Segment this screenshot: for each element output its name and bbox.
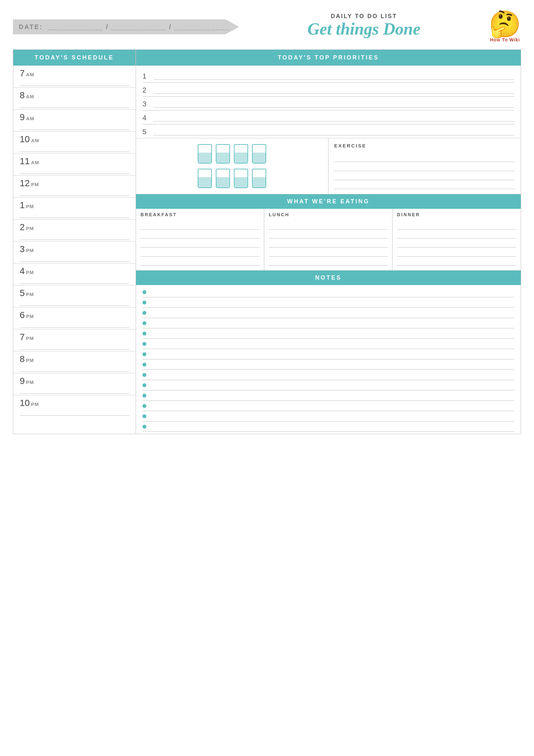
- notes-header: NOTES: [136, 271, 521, 285]
- time-block-2pm: 2 PM: [13, 220, 136, 241]
- priorities-section: 1 2 3 4 5: [136, 66, 521, 138]
- note-row: [142, 339, 514, 349]
- glass-3: [234, 144, 248, 164]
- priority-row-5: 5: [142, 124, 514, 138]
- bullet-icon: [142, 301, 146, 305]
- main-grid: TODAY'S SCHEDULE 7 AM 8 AM 9 AM 1: [13, 49, 521, 434]
- time-block-1pm: 1 PM: [13, 198, 136, 220]
- note-row: [142, 308, 514, 318]
- lunch-label: LUNCH: [269, 212, 388, 217]
- note-row: [142, 297, 514, 308]
- glass-4: [252, 144, 266, 164]
- time-block-7pm: 7 PM: [13, 329, 136, 351]
- bullet-icon: [142, 373, 146, 377]
- time-block-8am: 8 AM: [13, 88, 136, 110]
- priority-row-3: 3: [142, 97, 514, 111]
- daily-title-main: Get things Done: [308, 20, 420, 38]
- time-block-11am: 11 AM: [13, 153, 136, 176]
- time-block-4pm: 4 PM: [13, 263, 136, 285]
- time-block-9pm: 9 PM: [13, 373, 136, 395]
- date-label: DATE: ____________ / ____________ / ____…: [13, 19, 239, 34]
- logo-section: 🤔 How To Wiki: [489, 11, 521, 42]
- priorities-header: TODAY'S TOP PRIORITIES: [136, 50, 521, 66]
- bullet-icon: [142, 404, 146, 408]
- bullet-icon: [142, 332, 146, 336]
- priority-row-2: 2: [142, 83, 514, 97]
- glass-2: [216, 144, 230, 164]
- daily-title-top: DAILY TO DO LIST: [308, 13, 420, 20]
- schedule-header: TODAY'S SCHEDULE: [13, 50, 136, 66]
- glass-8: [252, 169, 266, 188]
- water-section: [136, 138, 329, 194]
- note-row: [142, 349, 514, 360]
- note-row: [142, 411, 514, 421]
- time-block-12pm: 12 PM: [13, 176, 136, 198]
- exercise-section: EXERCISE: [329, 138, 521, 194]
- glass-7: [234, 169, 248, 188]
- priority-row-1: 1: [142, 69, 514, 83]
- note-row: [142, 318, 514, 328]
- bullet-icon: [142, 425, 146, 429]
- daily-title: DAILY TO DO LIST Get things Done: [308, 13, 420, 38]
- note-row: [142, 328, 514, 339]
- note-row: [142, 287, 514, 297]
- page-header: DATE: ____________ / ____________ / ____…: [13, 10, 521, 42]
- meal-dinner: DINNER: [393, 209, 521, 270]
- dinner-label: DINNER: [397, 212, 516, 217]
- bullet-icon: [142, 363, 146, 366]
- water-glasses-bottom: [198, 169, 266, 188]
- bullet-icon: [142, 321, 146, 325]
- note-row: [142, 421, 514, 432]
- note-row: [142, 380, 514, 391]
- note-row: [142, 360, 514, 370]
- time-block-10pm: 10 PM: [13, 395, 136, 417]
- time-block-5pm: 5 PM: [13, 285, 136, 308]
- bullet-icon: [142, 311, 146, 315]
- meals-grid: BREAKFAST LUNCH: [136, 209, 521, 271]
- date-section: DATE: ____________ / ____________ / ____…: [13, 19, 239, 34]
- bullet-icon: [142, 383, 146, 387]
- note-row: [142, 391, 514, 401]
- meal-lunch: LUNCH: [264, 209, 393, 270]
- glass-6: [216, 169, 230, 188]
- glass-1: [198, 144, 212, 164]
- schedule-column: TODAY'S SCHEDULE 7 AM 8 AM 9 AM 1: [13, 50, 136, 434]
- date-prefix: DATE:: [19, 23, 43, 30]
- time-block-6pm: 6 PM: [13, 308, 136, 329]
- bullet-icon: [142, 290, 146, 294]
- breakfast-label: BREAKFAST: [140, 212, 259, 217]
- bullet-icon: [142, 352, 146, 356]
- exercise-label: EXERCISE: [334, 143, 515, 148]
- priority-row-4: 4: [142, 111, 514, 124]
- logo-label: How To Wiki: [490, 37, 520, 42]
- time-block-7am: 7 AM: [13, 66, 136, 88]
- bullet-icon: [142, 342, 146, 346]
- time-block-10am: 10 AM: [13, 132, 136, 153]
- notes-section: [136, 285, 521, 434]
- time-block-3pm: 3 PM: [13, 241, 136, 263]
- time-block-9am: 9 AM: [13, 110, 136, 132]
- water-exercise-row: EXERCISE: [136, 138, 521, 194]
- eating-header: WHAT WE'RE EATING: [136, 194, 521, 209]
- right-column: TODAY'S TOP PRIORITIES 1 2 3 4 5: [136, 50, 521, 434]
- glass-5: [198, 169, 212, 188]
- note-row: [142, 370, 514, 380]
- time-block-8pm: 8 PM: [13, 351, 136, 373]
- exercise-lines: [334, 153, 515, 189]
- water-glasses-top: [198, 144, 266, 164]
- logo-figure: 🤔: [489, 11, 521, 37]
- note-row: [142, 401, 514, 411]
- bullet-icon: [142, 414, 146, 418]
- bullet-icon: [142, 394, 146, 397]
- meal-breakfast: BREAKFAST: [136, 209, 264, 270]
